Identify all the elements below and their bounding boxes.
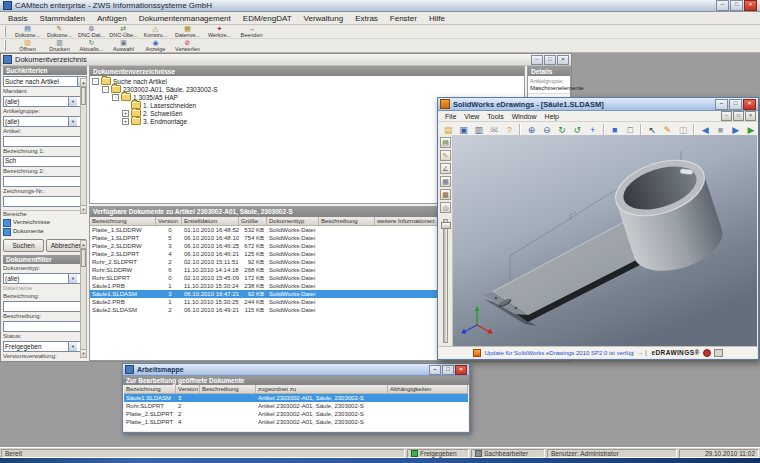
dokument-neu-button[interactable]: ✎Dokume...: [44, 25, 75, 38]
markup-icon[interactable]: ✎: [440, 150, 451, 161]
column-header-0[interactable]: Bezeichnung: [124, 385, 176, 394]
mass-properties-icon[interactable]: ▩: [440, 189, 451, 200]
artikel-input[interactable]: [3, 136, 87, 147]
menu-item-4[interactable]: EDM/engDAT: [237, 14, 298, 23]
options-icon[interactable]: ◎: [440, 202, 451, 213]
mdi-close-button[interactable]: ×: [745, 111, 756, 121]
status-select[interactable]: Freigegeben▼: [3, 341, 87, 352]
edrawings-close-button[interactable]: ×: [743, 99, 756, 110]
dnc-uebertragung-button[interactable]: ⇄DNC-Übe...: [108, 25, 139, 38]
update-link[interactable]: Update für SolidWorks eDrawings 2010 SP2…: [484, 350, 634, 356]
menu-item-2[interactable]: Anfügen: [91, 14, 133, 23]
aktualisieren-button[interactable]: ↻Aktualis...: [76, 39, 107, 52]
konstruktion-button[interactable]: △Konstru...: [140, 25, 171, 38]
components-icon[interactable]: ▤: [440, 137, 451, 148]
column-header-1[interactable]: Version: [176, 385, 200, 394]
edrawings-viewport[interactable]: [453, 135, 757, 347]
bereich-verzeichnisse-checkbox[interactable]: Verzeichnisse: [3, 219, 87, 227]
workbook-close-button[interactable]: ×: [455, 365, 467, 375]
artikelgruppe-select[interactable]: (alle)▼: [3, 116, 87, 127]
menu-item-7[interactable]: Fenster: [384, 14, 423, 23]
doc-minimize-button[interactable]: –: [531, 55, 543, 65]
toolbar-grip[interactable]: [4, 26, 9, 37]
menu-item-1[interactable]: Stammdaten: [34, 14, 91, 23]
workbook-maximize-button[interactable]: □: [442, 365, 454, 375]
mdi-minimize-button[interactable]: –: [721, 111, 732, 121]
search-scrollbar[interactable]: ▲ ▼: [80, 78, 87, 214]
workbook-row[interactable]: Rohr.SLDPRT2Artikel 2303002-A01, Säule, …: [124, 402, 468, 410]
beenden-button[interactable]: →Beenden: [236, 25, 267, 38]
column-header-1[interactable]: Version: [156, 217, 182, 226]
oeffnen-button[interactable]: ▨Öffnen: [12, 39, 43, 52]
column-header-3[interactable]: zugeordnet zu: [256, 385, 388, 394]
column-header-4[interactable]: Dokumenttyp: [267, 217, 319, 226]
tree-expander-icon[interactable]: +: [122, 110, 129, 117]
menu-item-8[interactable]: Hilfe: [423, 14, 451, 23]
edrawings-menu-window[interactable]: Window: [508, 113, 541, 120]
tree-expander-icon[interactable]: -: [102, 86, 109, 93]
dokumenttyp-select[interactable]: (alle)▼: [3, 273, 87, 284]
scroll-up-icon[interactable]: ▲: [81, 241, 86, 249]
edrawings-menu-file[interactable]: File: [441, 113, 460, 120]
scroll-thumb[interactable]: [81, 87, 86, 105]
scroll-up-icon[interactable]: ▲: [81, 79, 86, 87]
tree-node[interactable]: -Suche nach Artikel: [90, 77, 524, 85]
measure-icon[interactable]: ∠: [440, 163, 451, 174]
search-by-select[interactable]: Suche nach Artikel▼: [3, 76, 87, 87]
doc-maximize-button[interactable]: □: [544, 55, 556, 65]
scroll-down-icon[interactable]: ▼: [81, 205, 86, 213]
beschreibung-input[interactable]: [3, 321, 87, 332]
bezeichnung1-input[interactable]: Sch: [3, 156, 87, 167]
tree-expander-icon[interactable]: -: [92, 78, 99, 85]
tree-node[interactable]: -2303002-A01, Säule, 2303002-S: [90, 85, 524, 93]
dokumente-suchen-button[interactable]: ▤Dokume...: [12, 25, 43, 38]
menu-item-0[interactable]: Basis: [2, 14, 34, 23]
werkzeuge-button[interactable]: ✦Werkze...: [204, 25, 235, 38]
filter-scrollbar[interactable]: ▲ ▼: [80, 240, 87, 358]
edrawings-minimize-button[interactable]: –: [715, 99, 728, 110]
workbook-minimize-button[interactable]: –: [429, 365, 441, 375]
menu-item-3[interactable]: Dokumentenmanagement: [133, 14, 237, 23]
menu-item-5[interactable]: Verwaltung: [298, 14, 350, 23]
mdi-restore-button[interactable]: □: [733, 111, 744, 121]
datenverwaltung-button[interactable]: ▦Datenve...: [172, 25, 203, 38]
column-header-2[interactable]: Erstelldatum: [182, 217, 239, 226]
app-minimize-button[interactable]: –: [716, 0, 729, 11]
column-header-2[interactable]: Beschreibung: [200, 385, 256, 394]
zeichnungsnr-input[interactable]: [3, 196, 87, 207]
menu-item-6[interactable]: Extras: [349, 14, 384, 23]
filter-bezeichnung-input[interactable]: [3, 301, 87, 312]
edrawings-maximize-button[interactable]: □: [729, 99, 742, 110]
dnc-daten-button[interactable]: ⚙DNC-Dat...: [76, 25, 107, 38]
workbook-row[interactable]: Platte_1.SLDPRT4Artikel 2303002-A01, Säu…: [124, 418, 468, 426]
edrawings-menu-view[interactable]: View: [460, 113, 483, 120]
tree-expander-icon[interactable]: -: [112, 94, 119, 101]
bezeichnung2-input[interactable]: [3, 176, 87, 187]
edrawings-menu-tools[interactable]: Tools: [483, 113, 507, 120]
verwerfen-button[interactable]: ⊘Verwerfen: [172, 39, 203, 52]
anzeige-button[interactable]: ◉Anzeige: [140, 39, 171, 52]
workbook-row[interactable]: Platte_2.SLDPRT2Artikel 2303002-A01, Säu…: [124, 410, 468, 418]
auswahl-button[interactable]: ▣Auswahl: [108, 39, 139, 52]
scroll-down-icon[interactable]: ▼: [81, 349, 86, 357]
column-header-0[interactable]: Bezeichnung: [90, 217, 156, 226]
suchen-button[interactable]: Suchen: [3, 239, 44, 252]
app-close-button[interactable]: ×: [744, 0, 757, 11]
doc-close-button[interactable]: ×: [557, 55, 569, 65]
mandant-select[interactable]: (alle)▼: [3, 96, 87, 107]
column-header-3[interactable]: Größe: [239, 217, 267, 226]
edrawings-menu-help[interactable]: Help: [541, 113, 563, 120]
app-maximize-button[interactable]: □: [730, 0, 743, 11]
column-header-4[interactable]: Abhängigkeiten: [388, 385, 468, 394]
edrawings-zoom-slider[interactable]: [443, 219, 448, 343]
drucken-button[interactable]: ▥Drucken: [44, 39, 75, 52]
toolbar-grip[interactable]: [4, 40, 9, 51]
scroll-thumb[interactable]: [81, 249, 86, 267]
tree-expander-icon[interactable]: +: [122, 118, 129, 125]
stamp-icon[interactable]: ▦: [440, 176, 451, 187]
slider-thumb[interactable]: [441, 222, 451, 229]
column-header-5[interactable]: Beschreibung: [319, 217, 375, 226]
windows-taskbar[interactable]: [0, 458, 760, 463]
bereich-dokumente-checkbox[interactable]: Dokumente: [3, 228, 87, 236]
workbook-row[interactable]: Säule1.SLDASM3Artikel 2303002-A01, Säule…: [124, 394, 468, 402]
